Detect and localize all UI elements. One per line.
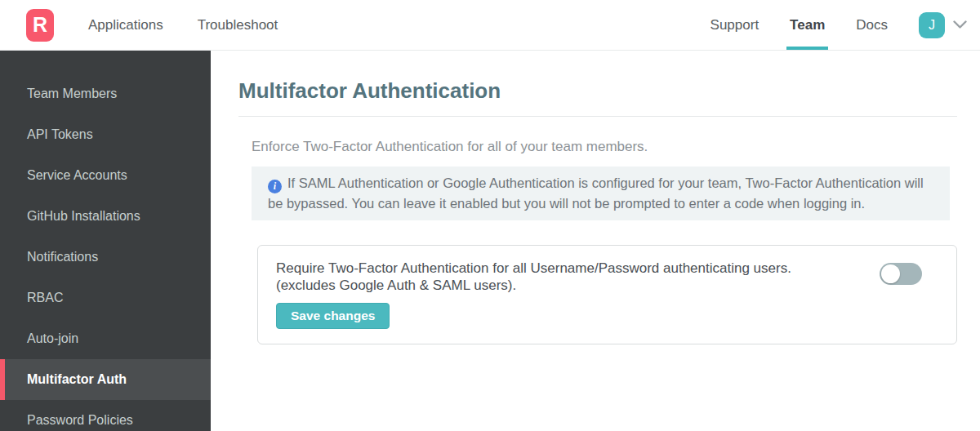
nav-link-docs[interactable]: Docs	[856, 0, 888, 50]
logo-letter: R	[33, 13, 47, 37]
nav-link-support[interactable]: Support	[710, 0, 760, 50]
sidebar-item-password-policies[interactable]: Password Policies	[0, 400, 211, 431]
navbar-right-links: Support Team Docs J	[710, 0, 967, 50]
setting-row: Require Two-Factor Authentication for al…	[276, 260, 938, 294]
avatar-initial: J	[929, 18, 935, 33]
navbar-left-links: Applications Troubleshoot	[88, 17, 278, 33]
setting-label: Require Two-Factor Authentication for al…	[276, 260, 880, 294]
toggle-knob	[881, 264, 900, 283]
sidebar-item-auto-join[interactable]: Auto-join	[0, 318, 211, 359]
require-2fa-toggle[interactable]	[880, 263, 922, 285]
rollbar-logo[interactable]: R	[26, 9, 54, 42]
nav-link-applications[interactable]: Applications	[88, 17, 163, 33]
sidebar-item-service-accounts[interactable]: Service Accounts	[0, 155, 211, 196]
saml-info-note: iIf SAML Authentication or Google Authen…	[252, 167, 950, 220]
chevron-down-icon	[953, 20, 967, 29]
info-icon: i	[268, 180, 282, 193]
setting-label-line1: Require Two-Factor Authentication for al…	[276, 260, 880, 277]
title-divider	[238, 116, 957, 117]
top-navbar: R Applications Troubleshoot Support Team…	[0, 0, 980, 51]
nav-link-troubleshoot[interactable]: Troubleshoot	[198, 17, 278, 33]
team-settings-sidebar: Team Members API Tokens Service Accounts…	[0, 51, 211, 431]
require-2fa-setting-card: Require Two-Factor Authentication for al…	[257, 245, 957, 344]
main-content: Multifactor Authentication Enforce Two-F…	[211, 51, 980, 431]
avatar: J	[919, 12, 945, 38]
save-changes-button[interactable]: Save changes	[276, 303, 390, 329]
sidebar-item-team-members[interactable]: Team Members	[0, 73, 211, 114]
sidebar-item-api-tokens[interactable]: API Tokens	[0, 114, 211, 155]
user-menu[interactable]: J	[919, 0, 967, 50]
setting-label-line2: (excludes Google Auth & SAML users).	[276, 277, 880, 294]
sidebar-item-rbac[interactable]: RBAC	[0, 278, 211, 318]
info-note-text: If SAML Authentication or Google Authent…	[268, 176, 924, 211]
page-title: Multifactor Authentication	[238, 78, 957, 104]
page-description: Enforce Two-Factor Authentication for al…	[252, 139, 957, 155]
sidebar-item-multifactor-auth[interactable]: Multifactor Auth	[0, 359, 211, 400]
sidebar-item-github-installations[interactable]: GitHub Installations	[0, 196, 211, 237]
sidebar-item-notifications[interactable]: Notifications	[0, 237, 211, 278]
nav-link-team[interactable]: Team	[790, 0, 825, 50]
